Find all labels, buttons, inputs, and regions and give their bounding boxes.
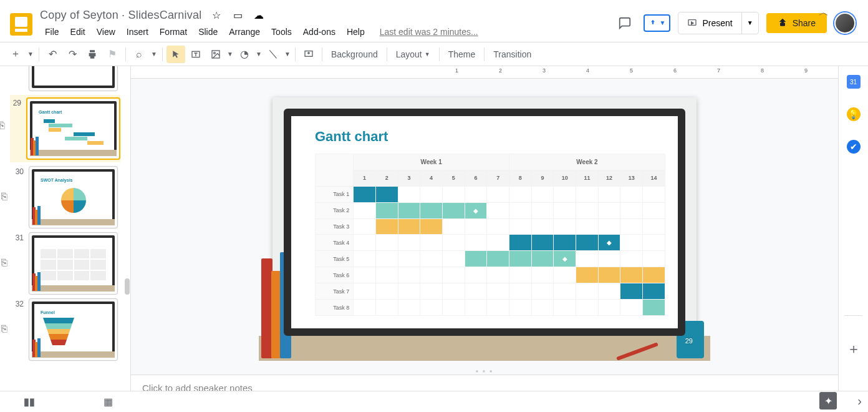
gantt-cell[interactable] xyxy=(643,235,665,251)
document-title[interactable]: Copy of Seyton · SlidesCarnival xyxy=(40,9,201,22)
gantt-cell[interactable] xyxy=(509,267,532,283)
thumbnail-32[interactable]: 32 ⎘ Funnel xyxy=(12,298,118,361)
gantt-cell[interactable]: ◆ xyxy=(598,235,620,251)
gantt-cell[interactable] xyxy=(375,186,398,202)
last-edit-link[interactable]: Last edit was 2 minutes... xyxy=(375,24,483,39)
gantt-cell[interactable] xyxy=(598,267,620,283)
gantt-cell[interactable]: ◆ xyxy=(465,202,487,218)
gantt-cell[interactable] xyxy=(620,235,643,251)
gantt-cell[interactable] xyxy=(554,218,576,235)
gantt-cell[interactable] xyxy=(398,267,420,283)
gantt-cell[interactable] xyxy=(598,186,620,202)
gantt-cell[interactable] xyxy=(643,218,665,235)
menu-arrange[interactable]: Arrange xyxy=(224,24,265,39)
thumbnail-30[interactable]: 30 ⎘ SWOT Analysis xyxy=(12,166,118,228)
gantt-cell[interactable] xyxy=(509,218,532,235)
gantt-cell[interactable] xyxy=(420,235,443,251)
gantt-cell[interactable] xyxy=(487,202,509,218)
gantt-cell[interactable] xyxy=(509,186,532,202)
gantt-cell[interactable] xyxy=(375,283,398,300)
image-tool[interactable] xyxy=(206,46,225,63)
gantt-cell[interactable] xyxy=(442,300,465,316)
gantt-cell[interactable] xyxy=(465,235,487,251)
gantt-cell[interactable] xyxy=(620,218,643,235)
gantt-cell[interactable] xyxy=(375,235,398,251)
add-addon-icon[interactable]: ＋ xyxy=(847,342,861,356)
gantt-cell[interactable] xyxy=(398,202,420,218)
gantt-cell[interactable] xyxy=(531,267,554,283)
gantt-cell[interactable] xyxy=(375,267,398,283)
gantt-cell[interactable] xyxy=(576,202,599,218)
gantt-cell[interactable] xyxy=(487,300,509,316)
collapse-toolbar-button[interactable]: ︿ xyxy=(814,4,833,21)
gantt-cell[interactable] xyxy=(442,235,465,251)
gantt-cell[interactable] xyxy=(598,300,620,316)
gantt-cell[interactable] xyxy=(643,202,665,218)
upload-button[interactable]: ▼ xyxy=(644,14,671,32)
background-button[interactable]: Background xyxy=(326,47,383,62)
gantt-cell[interactable] xyxy=(531,218,554,235)
gantt-cell[interactable] xyxy=(375,202,398,218)
gantt-cell[interactable] xyxy=(598,251,620,267)
gantt-cell[interactable] xyxy=(531,283,554,300)
comment-tool[interactable] xyxy=(299,46,318,63)
gantt-cell[interactable] xyxy=(576,186,599,202)
gantt-cell[interactable] xyxy=(576,235,599,251)
gantt-cell[interactable] xyxy=(643,267,665,283)
gantt-cell[interactable] xyxy=(354,283,376,300)
gantt-cell[interactable] xyxy=(354,235,376,251)
menu-format[interactable]: Format xyxy=(155,24,192,39)
gantt-cell[interactable] xyxy=(554,186,576,202)
tasks-icon[interactable]: ✔ xyxy=(847,140,861,154)
gantt-cell[interactable] xyxy=(643,300,665,316)
gantt-cell[interactable] xyxy=(420,202,443,218)
gantt-cell[interactable] xyxy=(487,235,509,251)
gantt-cell[interactable] xyxy=(465,186,487,202)
gantt-cell[interactable] xyxy=(487,218,509,235)
gantt-cell[interactable] xyxy=(487,283,509,300)
select-tool[interactable] xyxy=(166,46,185,63)
resize-handle[interactable]: ● ● ● xyxy=(131,368,838,375)
gantt-cell[interactable] xyxy=(420,300,443,316)
gantt-cell[interactable] xyxy=(509,202,532,218)
present-dropdown[interactable]: ▼ xyxy=(741,12,758,34)
theme-button[interactable]: Theme xyxy=(443,47,481,62)
calendar-icon[interactable]: 31 xyxy=(847,75,861,89)
gantt-cell[interactable] xyxy=(531,186,554,202)
gantt-cell[interactable] xyxy=(420,251,443,267)
gantt-cell[interactable] xyxy=(643,186,665,202)
chevron-down-icon[interactable]: ▼ xyxy=(660,19,666,26)
menu-view[interactable]: View xyxy=(92,24,120,39)
menu-help[interactable]: Help xyxy=(342,24,370,39)
gantt-cell[interactable] xyxy=(420,186,443,202)
gantt-cell[interactable] xyxy=(598,283,620,300)
gantt-cell[interactable] xyxy=(554,202,576,218)
gantt-cell[interactable] xyxy=(375,218,398,235)
image-dropdown[interactable]: ▼ xyxy=(226,46,234,63)
gantt-cell[interactable] xyxy=(354,300,376,316)
gantt-cell[interactable] xyxy=(576,218,599,235)
gantt-cell[interactable] xyxy=(576,283,599,300)
menu-insert[interactable]: Insert xyxy=(122,24,153,39)
gantt-cell[interactable] xyxy=(487,267,509,283)
gantt-cell[interactable] xyxy=(442,202,465,218)
slide-title[interactable]: Gantt chart xyxy=(315,129,388,145)
gantt-cell[interactable] xyxy=(509,251,532,267)
gantt-cell[interactable] xyxy=(398,300,420,316)
gantt-cell[interactable] xyxy=(354,186,376,202)
gantt-cell[interactable] xyxy=(375,300,398,316)
gantt-cell[interactable] xyxy=(531,202,554,218)
gantt-cell[interactable] xyxy=(487,186,509,202)
gantt-cell[interactable] xyxy=(398,186,420,202)
gantt-cell[interactable] xyxy=(509,283,532,300)
textbox-tool[interactable] xyxy=(186,46,205,63)
move-to-folder-icon[interactable]: ▭ xyxy=(231,9,244,22)
gantt-cell[interactable] xyxy=(554,267,576,283)
gantt-cell[interactable] xyxy=(442,218,465,235)
layout-button[interactable]: Layout▼ xyxy=(391,47,435,62)
present-button[interactable]: Present xyxy=(678,12,741,34)
paint-format-button[interactable]: ⚑ xyxy=(103,46,122,63)
gantt-cell[interactable] xyxy=(354,218,376,235)
gantt-cell[interactable] xyxy=(398,235,420,251)
slides-logo-icon[interactable] xyxy=(10,13,32,36)
